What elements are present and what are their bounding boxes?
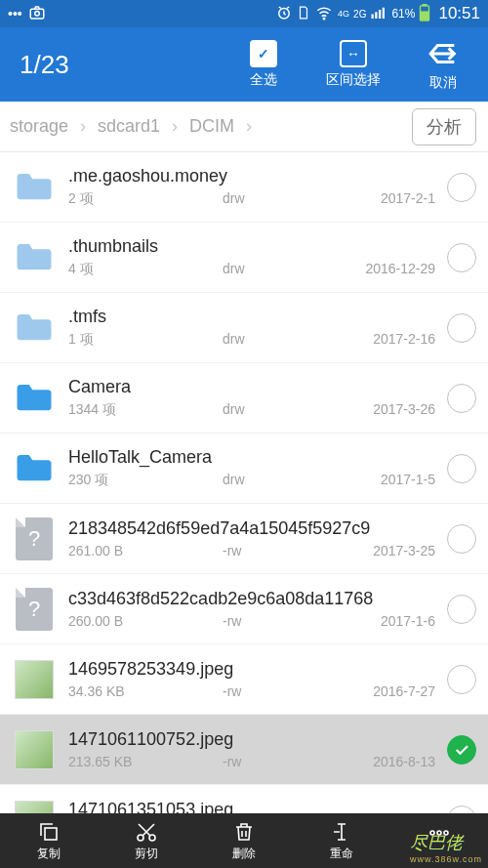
svg-rect-0 bbox=[30, 9, 44, 19]
file-name: .me.gaoshou.money bbox=[68, 166, 435, 186]
svg-rect-11 bbox=[45, 828, 57, 840]
copy-button[interactable]: 复制 bbox=[0, 813, 98, 868]
image-thumb bbox=[14, 729, 55, 770]
battery-icon bbox=[419, 4, 430, 24]
file-perm: drw bbox=[223, 261, 330, 278]
breadcrumb: storage › sdcard1 › DCIM › 分析 bbox=[0, 102, 488, 152]
copy-icon bbox=[37, 820, 61, 844]
selection-radio[interactable] bbox=[447, 313, 476, 343]
cut-label: 剪切 bbox=[135, 846, 158, 862]
cut-button[interactable]: 剪切 bbox=[98, 813, 195, 868]
file-perm: -rw bbox=[223, 613, 330, 629]
watermark: 尽巴佬 www.386w.com bbox=[410, 831, 482, 864]
svg-rect-10 bbox=[422, 12, 428, 20]
file-size: 2 项 bbox=[68, 190, 223, 208]
delete-button[interactable]: 删除 bbox=[195, 813, 293, 868]
clock-label: 10:51 bbox=[438, 4, 480, 23]
file-date: 2017-1-5 bbox=[381, 472, 435, 489]
file-date: 2016-8-13 bbox=[373, 754, 435, 769]
svg-point-3 bbox=[323, 18, 325, 20]
delete-label: 删除 bbox=[232, 846, 256, 862]
file-row[interactable]: 1471061351053.jpeg 229.88 KB -rw 2016-8-… bbox=[0, 785, 488, 813]
file-date: 2016-12-29 bbox=[365, 261, 435, 278]
file-date: 2016-7-27 bbox=[373, 683, 435, 699]
file-row[interactable]: ? 218348542d6f59ed7a4a15045f5927c9 261.0… bbox=[0, 504, 488, 574]
selection-radio[interactable] bbox=[447, 595, 476, 624]
file-row[interactable]: ? c33d463f8d522cadb2e9c6a08da11768 260.0… bbox=[0, 574, 488, 644]
selection-radio[interactable] bbox=[447, 454, 476, 483]
crumb-0[interactable]: storage bbox=[4, 116, 74, 137]
select-all-label: 全选 bbox=[250, 71, 277, 89]
image-thumb bbox=[14, 800, 55, 814]
file-name: 1469578253349.jpeg bbox=[68, 659, 435, 680]
file-perm: drw bbox=[223, 401, 330, 419]
folder-icon bbox=[14, 448, 55, 489]
unknown-file-icon: ? bbox=[14, 589, 55, 630]
file-size: 34.36 KB bbox=[68, 683, 223, 699]
file-row[interactable]: Camera 1344 项 drw 2017-3-26 bbox=[0, 363, 488, 434]
file-row[interactable]: 1471061100752.jpeg 213.65 KB -rw 2016-8-… bbox=[0, 715, 488, 785]
selection-radio[interactable] bbox=[447, 524, 476, 554]
selection-radio[interactable] bbox=[447, 665, 476, 694]
file-size: 260.00 B bbox=[68, 613, 223, 629]
svg-rect-7 bbox=[383, 7, 385, 18]
svg-rect-9 bbox=[424, 4, 427, 6]
file-name: HelloTalk_Camera bbox=[68, 447, 435, 468]
battery-label: 61% bbox=[391, 7, 415, 21]
signal-icon bbox=[370, 4, 387, 24]
sim-icon bbox=[297, 4, 310, 24]
file-row[interactable]: HelloTalk_Camera 230 项 drw 2017-1-5 bbox=[0, 434, 488, 504]
selection-counter: 1/23 bbox=[0, 50, 219, 80]
camera-icon bbox=[28, 4, 46, 24]
unknown-file-icon: ? bbox=[14, 518, 55, 559]
file-name: c33d463f8d522cadb2e9c6a08da11768 bbox=[68, 589, 435, 609]
svg-rect-4 bbox=[372, 14, 374, 19]
selection-radio[interactable] bbox=[447, 173, 476, 202]
folder-icon bbox=[14, 308, 55, 349]
file-name: 218348542d6f59ed7a4a15045f5927c9 bbox=[68, 518, 435, 539]
file-size: 213.65 KB bbox=[68, 754, 223, 769]
file-row[interactable]: .thumbnails 4 项 drw 2016-12-29 bbox=[0, 223, 488, 293]
svg-rect-6 bbox=[379, 10, 381, 19]
more-icon: ••• bbox=[8, 6, 22, 21]
check-icon: ✓ bbox=[250, 40, 277, 67]
file-list[interactable]: .me.gaoshou.money 2 项 drw 2017-2-1 .thum… bbox=[0, 152, 488, 813]
file-name: 1471061351053.jpeg bbox=[68, 800, 435, 813]
file-date: 2017-1-6 bbox=[381, 613, 435, 629]
file-name: Camera bbox=[68, 377, 435, 397]
back-icon bbox=[427, 37, 460, 70]
selection-radio[interactable] bbox=[447, 243, 476, 272]
cut-icon bbox=[135, 820, 158, 844]
cancel-label: 取消 bbox=[429, 74, 457, 92]
file-date: 2017-3-25 bbox=[373, 543, 435, 558]
analyze-button[interactable]: 分析 bbox=[412, 108, 476, 145]
net2-label: 2G bbox=[353, 9, 366, 20]
file-size: 1 项 bbox=[68, 331, 223, 349]
cancel-button[interactable]: 取消 bbox=[398, 27, 488, 102]
select-all-button[interactable]: ✓ 全选 bbox=[219, 27, 308, 102]
file-row[interactable]: 1469578253349.jpeg 34.36 KB -rw 2016-7-2… bbox=[0, 644, 488, 715]
file-size: 4 项 bbox=[68, 261, 223, 278]
file-date: 2017-2-16 bbox=[373, 331, 435, 349]
file-size: 261.00 B bbox=[68, 543, 223, 558]
file-perm: drw bbox=[223, 472, 330, 489]
file-date: 2017-3-26 bbox=[373, 401, 435, 419]
trash-icon bbox=[232, 820, 256, 844]
selection-radio[interactable] bbox=[447, 806, 476, 814]
file-row[interactable]: .tmfs 1 项 drw 2017-2-16 bbox=[0, 293, 488, 363]
crumb-2[interactable]: DCIM bbox=[183, 116, 240, 137]
folder-icon bbox=[14, 167, 55, 208]
file-perm: -rw bbox=[223, 543, 330, 558]
file-name: .thumbnails bbox=[68, 236, 435, 257]
range-select-button[interactable]: ↔ 区间选择 bbox=[308, 27, 398, 102]
file-name: .tmfs bbox=[68, 307, 435, 327]
file-perm: drw bbox=[223, 331, 330, 349]
file-perm: -rw bbox=[223, 754, 330, 769]
crumb-1[interactable]: sdcard1 bbox=[92, 116, 166, 137]
rename-button[interactable]: 重命 bbox=[293, 813, 390, 868]
alarm-icon bbox=[275, 4, 293, 24]
selection-radio[interactable] bbox=[447, 384, 476, 413]
file-perm: -rw bbox=[223, 683, 330, 699]
selection-radio[interactable] bbox=[447, 735, 476, 765]
file-row[interactable]: .me.gaoshou.money 2 项 drw 2017-2-1 bbox=[0, 152, 488, 223]
